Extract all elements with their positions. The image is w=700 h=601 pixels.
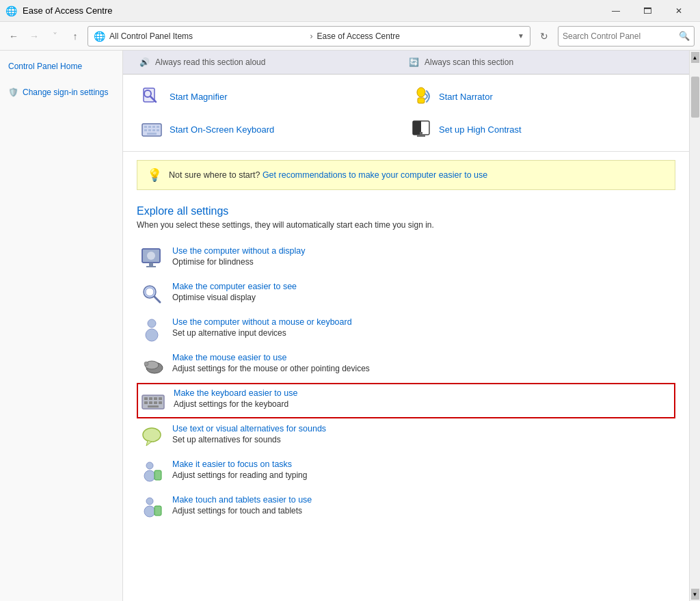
no-mouse-keyboard-link[interactable]: Use the computer without a mouse or keyb… [172, 317, 352, 327]
svg-point-48 [146, 498, 153, 505]
svg-point-22 [147, 252, 155, 260]
start-narrator-link[interactable]: Start Narrator [439, 92, 493, 102]
svg-marker-44 [146, 440, 152, 446]
keyboard-icon [141, 118, 163, 140]
svg-rect-17 [413, 121, 414, 135]
svg-rect-13 [157, 129, 159, 131]
touch-tablets-link[interactable]: Make touch and tablets easier to use [172, 495, 312, 505]
explore-title: Explore all settings [137, 205, 675, 217]
easier-to-see-text: Make the computer easier to see Optimise… [172, 282, 297, 302]
forward-button[interactable]: → [26, 28, 42, 44]
back-button[interactable]: ← [5, 28, 22, 44]
svg-rect-6 [144, 126, 147, 128]
easier-to-see-link[interactable]: Make the computer easier to see [172, 282, 297, 291]
always-read-item: 🔊 Always read this section aloud [137, 55, 406, 70]
narrator-icon [410, 85, 432, 107]
svg-rect-10 [144, 129, 147, 131]
scrollbar-down[interactable]: ▼ [691, 589, 699, 600]
text-visual-sounds-link[interactable]: Use text or visual alternatives for soun… [172, 424, 326, 433]
app-icon: 🌐 [5, 5, 17, 16]
start-narrator-item[interactable]: Start Narrator [406, 80, 675, 113]
svg-line-27 [154, 297, 160, 302]
setup-high-contrast-item[interactable]: Set up High Contrast [406, 113, 675, 146]
speaker-icon: 🔊 [139, 57, 150, 67]
svg-rect-11 [148, 129, 151, 131]
svg-rect-24 [146, 266, 156, 267]
mouse-icon [139, 353, 164, 377]
high-contrast-icon [410, 118, 432, 140]
person-green-icon [139, 459, 164, 484]
svg-rect-9 [157, 126, 159, 128]
content-area: 🔊 Always read this section aloud 🔄 Alway… [123, 51, 689, 601]
scrollbar[interactable]: ▲ ▼ [689, 51, 700, 601]
always-scan-item: 🔄 Always scan this section [406, 55, 675, 70]
svg-point-46 [144, 470, 155, 481]
refresh-button[interactable]: ↻ [535, 27, 554, 46]
svg-rect-41 [159, 401, 162, 404]
address-dropdown-arrow[interactable]: ▼ [517, 32, 524, 40]
close-button[interactable]: ✕ [663, 0, 695, 22]
breadcrumb-current: Ease of Access Centre [317, 31, 514, 41]
no-display-link[interactable]: Use the computer without a display [172, 246, 306, 256]
svg-rect-35 [149, 397, 152, 400]
no-mouse-keyboard-desc: Set up alternative input devices [172, 328, 352, 338]
setting-no-mouse-keyboard[interactable]: Use the computer without a mouse or keyb… [137, 312, 675, 347]
setting-touch-tablets[interactable]: Make touch and tablets easier to use Adj… [137, 490, 675, 525]
search-input[interactable] [563, 31, 676, 41]
focus-tasks-text: Make it easier to focus on tasks Adjust … [172, 459, 307, 480]
dropdown-button[interactable]: ˅ [46, 28, 63, 44]
mouse-easier-desc: Adjust settings for the mouse or other p… [172, 364, 370, 373]
no-display-desc: Optimise for blindness [172, 257, 306, 267]
monitor-icon [139, 246, 164, 271]
up-button[interactable]: ↑ [67, 28, 83, 44]
keyboard-easier-desc: Adjust settings for the keyboard [174, 399, 297, 409]
svg-point-3 [417, 88, 425, 97]
scrollbar-up[interactable]: ▲ [691, 52, 699, 63]
sidebar-item-change-sign-in[interactable]: 🛡️ Change sign-in settings [5, 85, 117, 101]
easier-to-see-desc: Optimise visual display [172, 293, 297, 302]
scrollbar-track [691, 63, 699, 589]
keyboard-easier-link[interactable]: Make the keyboard easier to use [174, 388, 297, 398]
setting-mouse-easier[interactable]: Make the mouse easier to use Adjust sett… [137, 347, 675, 383]
setting-no-display[interactable]: Use the computer without a display Optim… [137, 241, 675, 276]
scan-icon: 🔄 [409, 57, 419, 67]
minimize-button[interactable]: — [600, 0, 632, 22]
address-field: 🌐 All Control Panel Items › Ease of Acce… [88, 26, 530, 46]
svg-rect-14 [147, 133, 157, 135]
svg-rect-39 [149, 401, 152, 404]
quick-access-grid: Start Magnifier Start Narrator [123, 75, 689, 152]
setting-text-visual-sounds[interactable]: Use text or visual alternatives for soun… [137, 418, 675, 454]
mouse-easier-link[interactable]: Make the mouse easier to use [172, 353, 370, 362]
setup-high-contrast-link[interactable]: Set up High Contrast [439, 124, 522, 135]
sidebar: Control Panel Home 🛡️ Change sign-in set… [0, 51, 123, 601]
setting-keyboard-easier[interactable]: Make the keyboard easier to use Adjust s… [137, 383, 675, 418]
explore-section: Explore all settings When you select the… [123, 198, 689, 539]
focus-tasks-link[interactable]: Make it easier to focus on tasks [172, 459, 307, 469]
text-visual-sounds-desc: Set up alternatives for sounds [172, 435, 326, 444]
breadcrumb-separator: › [310, 31, 313, 41]
keyboard-setting-icon [141, 388, 165, 413]
setting-focus-tasks[interactable]: Make it easier to focus on tasks Adjust … [137, 454, 675, 490]
svg-point-49 [144, 506, 155, 517]
touch-tablets-text: Make touch and tablets easier to use Adj… [172, 495, 312, 516]
svg-rect-23 [149, 263, 153, 266]
breadcrumb-root: All Control Panel Items [109, 31, 306, 41]
speech-bubble-icon [139, 424, 164, 449]
start-magnifier-item[interactable]: Start Magnifier [137, 80, 406, 113]
recommendation-box: 💡 Not sure where to start? Get recommend… [137, 160, 675, 190]
person-icon [139, 317, 164, 342]
start-onscreen-keyboard-item[interactable]: Start On-Screen Keyboard [137, 113, 406, 146]
text-visual-sounds-text: Use text or visual alternatives for soun… [172, 424, 326, 444]
scrollbar-thumb[interactable] [691, 77, 699, 118]
setting-easier-to-see[interactable]: Make the computer easier to see Optimise… [137, 276, 675, 312]
recommendation-link[interactable]: Get recommendations to make your compute… [262, 170, 487, 180]
focus-tasks-desc: Adjust settings for reading and typing [172, 470, 307, 480]
start-magnifier-link[interactable]: Start Magnifier [170, 92, 228, 102]
maximize-button[interactable]: 🗖 [632, 0, 663, 22]
start-onscreen-keyboard-link[interactable]: Start On-Screen Keyboard [170, 124, 274, 135]
window-title: Ease of Access Centre [23, 5, 113, 16]
svg-rect-18 [420, 132, 422, 135]
sidebar-item-control-panel-home[interactable]: Control Panel Home [5, 59, 117, 75]
recommendation-text: Not sure where to start? Get recommendat… [169, 170, 487, 180]
svg-rect-8 [152, 126, 155, 128]
